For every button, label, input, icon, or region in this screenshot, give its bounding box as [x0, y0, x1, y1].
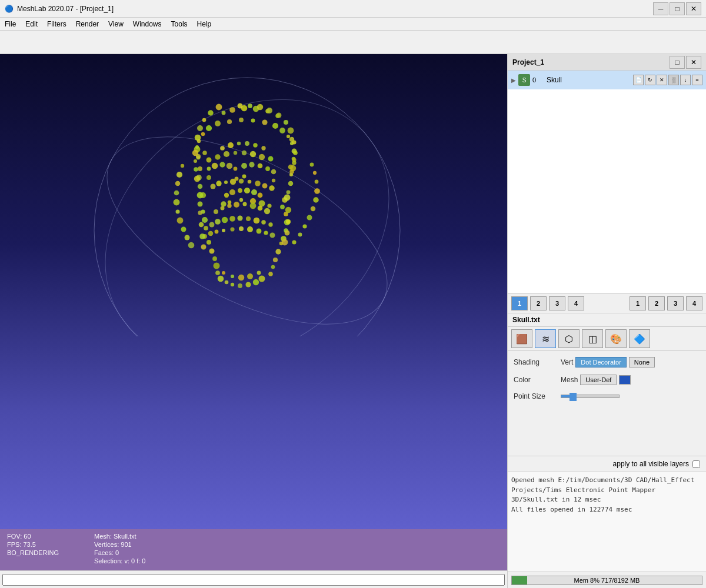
apply-checkbox[interactable] [692, 460, 700, 468]
render-tabs: 🟫 ≋ ⬡ ◫ 🎨 🔷 [508, 327, 706, 351]
tab-r3[interactable]: 3 [667, 296, 684, 310]
command-input[interactable] [2, 574, 505, 586]
color-label: Color [514, 376, 561, 384]
close-button[interactable]: ✕ [686, 2, 701, 15]
project-maximize-btn[interactable]: □ [670, 56, 685, 69]
fps-label: FPS: 73.5 [7, 541, 59, 548]
toolbar [0, 31, 706, 54]
filename: Skull.txt [512, 316, 540, 324]
render-tab-color[interactable]: 🟫 [511, 329, 532, 348]
layer-name: Skull [547, 76, 631, 84]
shading-row: Shading Vert Dot Decorator None [514, 357, 700, 368]
tab-r2[interactable]: 2 [648, 296, 665, 310]
menu-item-tools[interactable]: Tools [166, 19, 192, 29]
title-bar-controls: ─ □ ✕ [653, 2, 701, 15]
viewport-input-bar [0, 570, 507, 588]
layer-btn-5[interactable]: ↓ [680, 75, 691, 85]
selection-label: Selection: v: 0 f: 0 [94, 557, 145, 564]
color-swatch[interactable] [619, 375, 631, 385]
rendering-label: BO_RENDERING [7, 549, 59, 556]
project-title: Project_1 [512, 58, 544, 66]
layer-btn-3[interactable]: ✕ [657, 75, 667, 85]
color-value: Mesh User-Def [561, 375, 631, 385]
status-right: Mesh: Skull.txt Vertices: 901 Faces: 0 S… [94, 533, 145, 567]
menu-item-help[interactable]: Help [192, 19, 217, 29]
apply-label: apply to all visible layers [613, 460, 689, 468]
project-header: Project_1 □ ✕ [508, 54, 706, 71]
menu-item-filters[interactable]: Filters [42, 19, 71, 29]
memory-progress: Mem 8% 717/8192 MB [511, 576, 702, 585]
vertices-label: Vertices: 901 [94, 541, 145, 548]
tab-r1[interactable]: 1 [630, 296, 646, 310]
layer-btn-1[interactable]: 📄 [633, 75, 644, 85]
menu-item-edit[interactable]: Edit [21, 19, 42, 29]
faces-label: Faces: 0 [94, 549, 145, 556]
layer-num: 0 [532, 76, 544, 83]
status-left: FOV: 60 FPS: 73.5 BO_RENDERING [7, 533, 59, 567]
layer-btn-2[interactable]: ↻ [645, 75, 655, 85]
layer-btn-6[interactable]: ≡ [692, 75, 702, 85]
layer-btn-4[interactable]: ░ [668, 75, 679, 85]
render-tab-dots[interactable]: ≋ [535, 329, 556, 348]
filename-row: Skull.txt [508, 313, 706, 327]
color-row: Color Mesh User-Def [514, 375, 700, 385]
layer-row[interactable]: ▶ S 0 Skull 📄 ↻ ✕ ░ ↓ ≡ [508, 71, 706, 89]
log-panel: Opened mesh E:/tim/Documents/3D CAD/Hall… [508, 472, 706, 572]
skull-3d-canvas[interactable] [0, 54, 507, 336]
window-title: MeshLab 2020.07 - [Project_1] [17, 5, 114, 13]
log-message-1: Opened mesh E:/tim/Documents/3D CAD/Hall… [511, 476, 702, 505]
viewport-canvas[interactable]: ↖ [0, 54, 507, 529]
menu-item-windows[interactable]: Windows [128, 19, 166, 29]
viewport-status: FOV: 60 FPS: 73.5 BO_RENDERING Mesh: Sku… [0, 529, 507, 570]
render-tab-texture[interactable]: 🎨 [605, 329, 627, 348]
slider-thumb[interactable] [570, 393, 577, 401]
render-tab-extra[interactable]: 🔷 [629, 329, 650, 348]
memory-text: Mem 8% 717/8192 MB [512, 576, 702, 584]
shading-vert: Vert [561, 358, 573, 366]
layer-actions: 📄 ↻ ✕ ░ ↓ ≡ [633, 75, 702, 85]
shading-value: Vert Dot Decorator None [561, 357, 655, 368]
point-size-label: Point Size [514, 392, 561, 400]
app-icon: 🔵 [5, 5, 14, 13]
menu-item-file[interactable]: File [0, 19, 21, 29]
point-size-slider [561, 395, 620, 398]
log-message-2: All files opened in 122774 msec [511, 505, 702, 515]
tab-3[interactable]: 3 [549, 296, 565, 310]
project-close-btn[interactable]: ✕ [686, 56, 701, 69]
maximize-button[interactable]: □ [670, 2, 685, 15]
render-tab-normal[interactable]: ◫ [582, 329, 603, 348]
title-bar: 🔵 MeshLab 2020.07 - [Project_1] ─ □ ✕ [0, 0, 706, 18]
main-content: ↖ FOV: 60 FPS: 73.5 BO_RENDERING Mesh: S… [0, 54, 706, 588]
layer-list: ▶ S 0 Skull 📄 ↻ ✕ ░ ↓ ≡ [508, 71, 706, 294]
menu-bar: FileEditFiltersRenderViewWindowsToolsHel… [0, 18, 706, 31]
viewport: ↖ FOV: 60 FPS: 73.5 BO_RENDERING Mesh: S… [0, 54, 507, 588]
user-def-button[interactable]: User-Def [580, 375, 617, 385]
layer-icon: S [518, 74, 530, 86]
tab-r4[interactable]: 4 [686, 296, 702, 310]
dot-decorator-button[interactable]: Dot Decorator [575, 357, 626, 368]
tab-row: 1 2 3 4 1 2 3 4 [508, 294, 706, 313]
tab-4[interactable]: 4 [568, 296, 584, 310]
fov-label: FOV: 60 [7, 533, 59, 540]
apply-row: apply to all visible layers [508, 456, 706, 472]
minimize-button[interactable]: ─ [653, 2, 668, 15]
right-panel: Project_1 □ ✕ ▶ S 0 Skull 📄 ↻ ✕ ░ ↓ ≡ [507, 54, 706, 588]
properties-panel: Shading Vert Dot Decorator None Color Me… [508, 351, 706, 456]
menu-item-render[interactable]: Render [71, 19, 104, 29]
shading-label: Shading [514, 358, 561, 366]
tab-1[interactable]: 1 [511, 296, 528, 310]
render-tab-mesh[interactable]: ⬡ [558, 329, 580, 348]
point-size-row: Point Size [514, 392, 700, 400]
menu-item-view[interactable]: View [104, 19, 128, 29]
layer-arrow: ▶ [511, 77, 516, 83]
slider-track[interactable] [561, 395, 620, 398]
project-header-controls: □ ✕ [670, 56, 701, 69]
memory-bar: Mem 8% 717/8192 MB [508, 572, 706, 588]
mesh-label: Mesh: Skull.txt [94, 533, 145, 540]
title-bar-left: 🔵 MeshLab 2020.07 - [Project_1] [5, 5, 114, 13]
tab-2[interactable]: 2 [530, 296, 547, 310]
color-mesh: Mesh [561, 376, 578, 384]
shading-none-button[interactable]: None [629, 357, 655, 368]
